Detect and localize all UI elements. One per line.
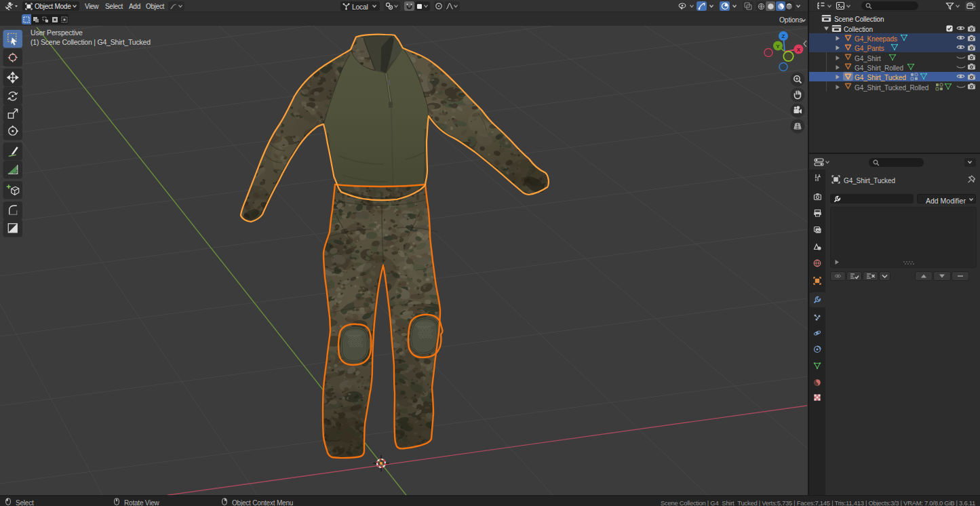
svg-text:Y: Y — [776, 43, 780, 50]
svg-text:(1) Scene Collection | G4_Shir: (1) Scene Collection | G4_Shirt_Tucked — [31, 38, 151, 46]
svg-text:User Perspective: User Perspective — [31, 28, 83, 37]
svg-text:X: X — [797, 47, 801, 53]
svg-text:Z: Z — [782, 33, 785, 39]
